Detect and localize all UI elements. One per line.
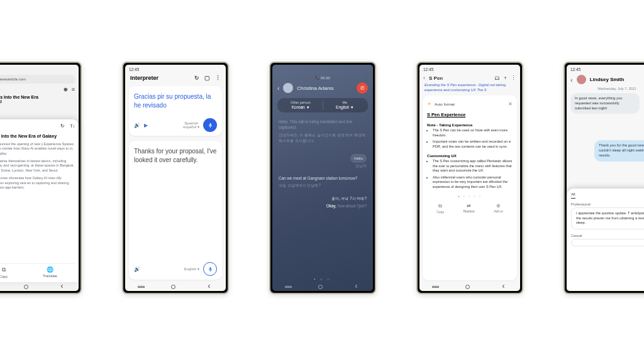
tone-professional-label: Professional (571, 202, 644, 206)
system-nav (272, 282, 373, 291)
autoformat-card: ✦ Auto format ✕ S Pen Experience Note - … (423, 96, 517, 280)
mic-button-target[interactable] (203, 262, 217, 276)
play-icon[interactable]: ▶ (144, 123, 148, 128)
ans-en-2: how about 7pm? (336, 204, 367, 208)
phone-notes-autoformat: 12:45 ‹ S Pen 🗂 + ⋮ Exanding the S Pen e… (416, 62, 523, 294)
bullet-1: The S Pen can be used on Note with even … (433, 128, 513, 138)
nav-home[interactable] (318, 285, 327, 289)
article-headline: iting Fans Into the New Era Galaxy AI (0, 92, 79, 106)
addto-action[interactable]: ⊕Add to (494, 203, 502, 214)
nav-recent[interactable] (432, 286, 441, 288)
files-icon[interactable]: 🗂 (494, 75, 500, 81)
summary-p1: tronics announced the opening of new y E… (0, 142, 75, 156)
my-lang-selector[interactable]: Me English (326, 101, 365, 110)
other-label: Other person (281, 101, 320, 104)
summary-p3: interactive zones showcase how Galaxy AI… (0, 176, 75, 190)
sparkle-icon: ✦ (427, 101, 431, 107)
phone-messages-chat-assist: 12:45 ‹ Lindsey Smith Wednesday, July 7,… (564, 62, 644, 294)
system-nav (0, 282, 79, 291)
add-icon[interactable]: + (504, 75, 507, 81)
target-card: Thanks for your proposal, I've looked it… (129, 141, 222, 280)
copy-label: Copy (436, 210, 444, 214)
url-bar[interactable]: ⌂ www.newsarticle.com (0, 75, 75, 84)
status-bar: 12:45 (567, 65, 644, 74)
copy-icon: ⧉ (438, 203, 442, 209)
nav-back[interactable] (204, 283, 213, 290)
nav-home[interactable] (24, 285, 33, 289)
filter-all[interactable]: All (571, 192, 575, 199)
suggestion-professional-text: I appreciate the positive update. T anti… (576, 211, 644, 224)
caller-name: Christina Adams (297, 85, 353, 91)
more-icon[interactable]: ⋮ (215, 75, 221, 81)
chevron-left-icon[interactable]: ‹ (277, 85, 279, 92)
copy-label: Copy (0, 275, 8, 278)
other-lang: Korean (281, 105, 320, 110)
replace-label: Replace (463, 209, 474, 213)
speaker-icon-2[interactable]: 🔊 (134, 266, 140, 272)
hangup-button[interactable]: ✆ (357, 82, 368, 94)
chat-assist-sheet: All Show all Professional I appreciate t… (567, 189, 644, 291)
menu-icon[interactable]: ≡ (72, 86, 75, 92)
doc-sec2: Customizing UX (427, 153, 513, 158)
ans-kr: 좋아, 저녁 7시 어때? (279, 195, 367, 201)
duration-value: 00:20 (321, 76, 330, 80)
replace-action[interactable]: ⇄Replace (463, 203, 474, 214)
q-kr: 내일 강남역에서 만날래? (279, 182, 367, 188)
auto-format-label: Auto format (435, 102, 455, 106)
copy-action[interactable]: ⧉Copy (436, 203, 444, 214)
suggestion-casual[interactable] (571, 239, 644, 246)
system-nav (419, 282, 520, 291)
card-pager: ● ○ ○ ○ ○ (427, 194, 513, 198)
more-icon[interactable]: ⋮ (511, 75, 516, 81)
doc-h1: S Pen Experience (427, 112, 513, 118)
settings-square-icon[interactable]: ▢ (204, 75, 210, 81)
status-bar: 12:45 (0, 65, 79, 74)
back-icon[interactable]: ‹ (423, 75, 425, 81)
system-nav (125, 282, 226, 291)
status-time: 12:45 (129, 67, 139, 72)
nav-back[interactable] (352, 283, 360, 290)
source-lang-sub: español (183, 125, 196, 129)
other-lang-selector[interactable]: Other person Korean (281, 101, 320, 110)
date-header: Wednesday, July 7, 2021 (567, 87, 644, 90)
globe-icon[interactable]: ⊕ (64, 87, 68, 92)
nav-recent[interactable] (138, 286, 147, 288)
language-selector: Other person Korean Me English (277, 98, 368, 112)
nav-recent[interactable] (285, 286, 294, 288)
nav-home[interactable] (171, 285, 180, 289)
phone-browser-summary: 12:45 ⌂ www.newsarticle.com sroom ⊕ ≡ it… (0, 62, 82, 294)
history-icon[interactable]: ↻ (194, 75, 199, 81)
mic-button-source[interactable] (203, 118, 217, 132)
app-title: Interpreter (130, 75, 158, 81)
avatar (283, 83, 293, 93)
me-lang: English (326, 105, 365, 110)
close-icon[interactable]: ✕ (508, 101, 513, 107)
list-1: The S Pen can be used on Note with even … (427, 128, 513, 151)
contact-name: Lindsey Smith (590, 77, 625, 82)
note-title: S Pen (429, 75, 491, 81)
back-icon[interactable]: ‹ (570, 76, 573, 84)
translate-action[interactable]: 🌐Translate (43, 266, 57, 278)
nav-back[interactable] (57, 283, 66, 290)
summary-p2: ors can immerse themselves in lastest at… (0, 159, 75, 173)
source-lang[interactable]: Spanishespañol ▾ (183, 121, 199, 129)
auto-format-row[interactable]: ✦ Auto format ✕ (427, 101, 513, 107)
copy-action[interactable]: ⧉Copy (0, 266, 8, 278)
status-bar (272, 65, 373, 74)
source-text: Gracias pir su propuesta, la he revisado (134, 92, 217, 109)
tone-casual-label: Casual (571, 234, 644, 238)
status-bar: 12:45 (419, 65, 520, 74)
summary-sheet: ummary ↻ T↕ ing Fans Into the New Era of… (0, 119, 79, 282)
target-lang[interactable]: English ▾ (184, 267, 199, 271)
refresh-icon[interactable]: ↻ (60, 123, 65, 129)
replace-icon: ⇄ (467, 203, 471, 209)
nav-back[interactable] (499, 283, 508, 290)
bullet-4: Also millennial users who consider perso… (433, 175, 513, 190)
speaker-icon[interactable]: 🔊 (134, 123, 140, 128)
bubble-hello: Hello (350, 154, 367, 163)
font-size-icon[interactable]: T↕ (70, 124, 75, 128)
phone-interpreter: 12:45 Interpreter ↻ ▢ ⋮ Gracias pir su p… (122, 62, 229, 294)
status-bar: 12:45 (125, 65, 226, 74)
nav-home[interactable] (465, 285, 474, 289)
suggestion-professional[interactable]: I appreciate the positive update. T anti… (571, 207, 644, 229)
